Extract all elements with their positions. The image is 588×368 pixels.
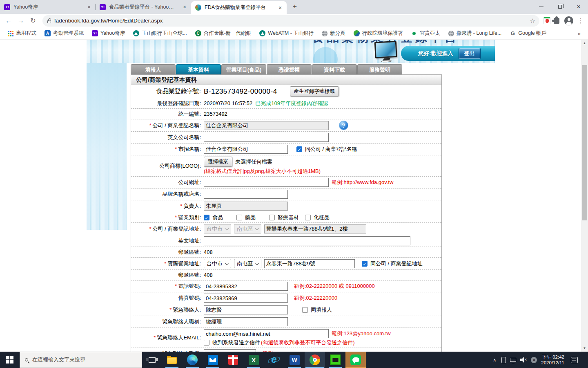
gift-app-button[interactable] (223, 352, 243, 368)
retro-computer-app-button[interactable] (325, 352, 345, 368)
file-explorer-icon (167, 357, 177, 364)
cosmetics-checkbox[interactable] (305, 215, 311, 220)
new-tab-button[interactable]: + (289, 1, 301, 13)
tab-basic-info[interactable]: 基本資料 (176, 64, 221, 74)
bookmark-longlife[interactable]: 攏來購 - Long Life... (445, 29, 505, 38)
english-company-name-input[interactable] (204, 133, 329, 142)
bookmark-attendance[interactable]: 考勤管理系統 (41, 29, 87, 38)
page-scrollbar[interactable]: ▲ ▼ (581, 40, 588, 352)
bookmark-tcb-bank[interactable]: 合作金庫-新一代網銀 (192, 29, 255, 38)
food-checkbox[interactable]: ✓ (204, 215, 209, 220)
english-address-input[interactable] (204, 236, 410, 245)
volume-muted-icon[interactable]: × (520, 357, 527, 363)
chevron-down-icon (255, 226, 259, 230)
status-error-icon[interactable]: × (531, 357, 537, 363)
file-explorer-button[interactable] (162, 352, 182, 368)
help-icon[interactable]: ? (339, 121, 348, 130)
bookmark-esun-bank[interactable]: 玉山銀行玉山全球... (130, 29, 190, 38)
bookmark-star-icon[interactable]: ☆ (530, 17, 535, 25)
word-button[interactable] (284, 352, 305, 368)
bookmark-yahoo[interactable]: Yahoo奇摩 (89, 29, 128, 38)
forward-icon[interactable]: → (16, 16, 26, 26)
back-icon[interactable]: ← (3, 16, 14, 26)
business-district-select[interactable]: 南屯區 (234, 259, 261, 268)
principal-input[interactable] (204, 202, 288, 211)
refresh-icon[interactable]: ↻ (28, 16, 38, 26)
extensions-puzzle-icon[interactable] (554, 18, 559, 24)
company-name-input[interactable] (204, 121, 329, 130)
fax-example: 範例:02-22220000 (294, 294, 337, 302)
tab-fda-platform-active[interactable]: FDA食品藥物業者登錄平台 × (191, 1, 287, 14)
same-as-filler-checkbox[interactable] (302, 307, 308, 313)
business-address-input[interactable] (264, 259, 355, 268)
tab-filler-person[interactable]: 填報人 (131, 64, 176, 74)
chrome-button-active[interactable] (305, 352, 325, 368)
bookmark-fuguiyatai[interactable]: 宜貴亞太 (408, 29, 443, 38)
choose-file-button[interactable]: 選擇檔案 (204, 157, 232, 167)
registered-district-select[interactable]: 南屯區 (234, 224, 261, 233)
hidden-icons-chevron[interactable]: ∧ (492, 357, 497, 363)
shop-name-input[interactable] (204, 145, 288, 154)
scrollbar-thumb[interactable] (582, 65, 587, 220)
browser-menu-icon[interactable]: ⋮ (577, 17, 585, 25)
tab-data-download[interactable]: 資料下載 (312, 64, 357, 74)
medical-device-checkbox[interactable] (269, 215, 275, 220)
registered-address-input[interactable] (264, 224, 366, 233)
tab-close-icon[interactable]: × (86, 4, 92, 10)
action-center-icon[interactable] (571, 357, 578, 363)
emergency-contact-input[interactable] (204, 305, 288, 314)
line-button-attention[interactable] (345, 352, 366, 368)
row-zip-registered: 郵遞區號: 408 (131, 247, 441, 258)
network-tray-icon[interactable] (510, 358, 516, 362)
profile-avatar[interactable] (564, 16, 573, 25)
clock-time: 下午 02:42 (541, 354, 564, 360)
close-button[interactable]: × (569, 0, 588, 13)
same-as-filler-label: 同填報人 (311, 306, 332, 314)
bookmark-new-tab[interactable]: 新分頁 (318, 29, 349, 38)
device-tray-icon[interactable] (501, 357, 506, 363)
url-text[interactable]: fadenbook.fda.gov.tw/Home/EditDealer.asp… (54, 18, 527, 24)
bookmark-epa[interactable]: 行政院環境保護署 (350, 29, 406, 38)
tab-food-registry-yahoo[interactable]: 食品業者登錄平台 - Yahoo奇摩 × (96, 0, 191, 14)
brand-name-input[interactable] (204, 190, 288, 199)
scroll-up-icon[interactable]: ▲ (581, 40, 588, 47)
bookmarks-overflow-icon[interactable]: » (574, 30, 584, 37)
left-decorative-strip (87, 63, 127, 230)
taskbar-search-input[interactable]: 在這裡輸入文字來搜尋 (20, 352, 142, 368)
tab-yahoo[interactable]: Yahoo奇摩 × (0, 0, 96, 14)
internet-explorer-button[interactable] (264, 352, 284, 368)
bookmark-webatm[interactable]: WebATM - 玉山銀行 (256, 29, 317, 38)
scroll-down-icon[interactable]: ▼ (581, 345, 588, 352)
tab-close-icon[interactable]: × (277, 4, 283, 11)
website-input[interactable] (204, 178, 329, 187)
taskbar-clock[interactable]: 下午 02:42 2020/12/11 (541, 354, 564, 366)
drug-checkbox[interactable] (236, 215, 242, 220)
business-city-select[interactable]: 台中市 (204, 259, 231, 268)
logout-button[interactable]: 登出 (459, 48, 480, 59)
excel-button[interactable] (243, 352, 264, 368)
contact-title-input[interactable] (204, 317, 288, 326)
bookmark-apps[interactable]: 應用程式 (4, 29, 40, 38)
url-omnibox[interactable]: fadenbook.fda.gov.tw/Home/EditDealer.asp… (42, 15, 539, 27)
fax-input[interactable] (204, 294, 288, 303)
phone-input[interactable] (204, 282, 288, 291)
restore-button[interactable] (550, 0, 569, 13)
tab-close-icon[interactable]: × (181, 4, 188, 10)
row-contact-mobile: *緊急聯絡人手機: 範例:0911000000 (131, 348, 441, 352)
security-extension-icon[interactable] (543, 17, 550, 24)
start-button[interactable] (0, 352, 20, 368)
edge-button[interactable] (182, 352, 203, 368)
mail-button[interactable] (203, 352, 223, 368)
same-address-checkbox[interactable]: ✓ (362, 261, 368, 267)
receive-mail-checkbox[interactable] (204, 340, 209, 346)
tab-service-statement[interactable]: 服務聲明 (357, 64, 402, 74)
contact-email-input[interactable] (204, 329, 329, 338)
registered-city-select[interactable]: 台中市 (204, 224, 231, 233)
same-as-company-checkbox[interactable]: ✓ (296, 146, 302, 152)
generate-label-button[interactable]: 產生登錄字號標籤 (290, 86, 339, 96)
tab-certificate-auth[interactable]: 憑證授權 (267, 64, 312, 74)
minimize-button[interactable] (532, 0, 550, 13)
task-view-button[interactable] (142, 352, 162, 368)
bookmark-google-account[interactable]: Google 帳戶 (506, 29, 550, 38)
tab-business-items[interactable]: 營業項目(食品) (221, 64, 266, 74)
